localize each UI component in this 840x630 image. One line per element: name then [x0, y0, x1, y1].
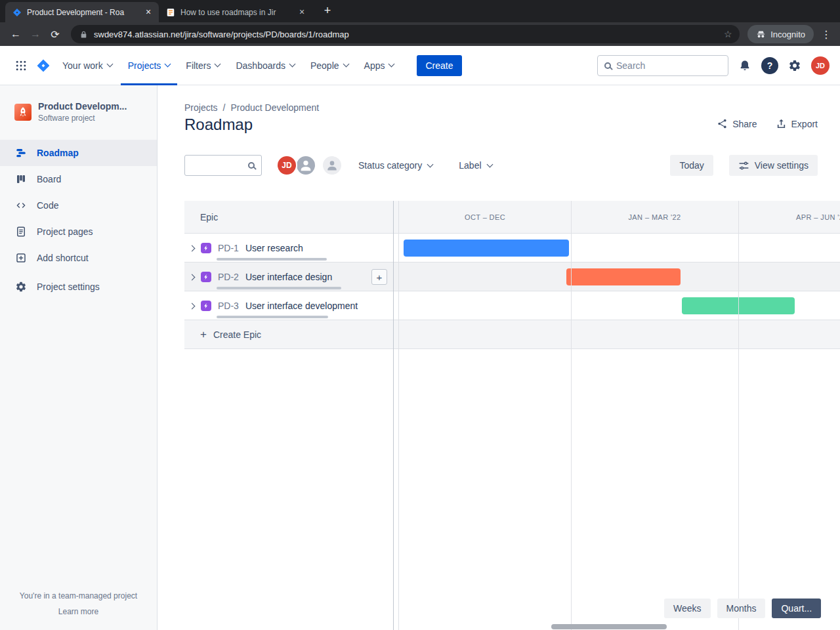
- epic-name[interactable]: User interface development: [245, 301, 358, 311]
- epic-icon: [201, 272, 211, 282]
- chevron-right-icon[interactable]: [189, 303, 196, 309]
- new-tab-button[interactable]: +: [319, 3, 336, 20]
- lock-icon: [79, 30, 88, 39]
- add-people-button[interactable]: [322, 155, 343, 176]
- today-button[interactable]: Today: [670, 155, 713, 176]
- reload-button[interactable]: ⟳: [46, 25, 64, 43]
- browser-menu-icon[interactable]: ⋮: [819, 28, 833, 41]
- epic-bar-user-research[interactable]: [404, 240, 569, 257]
- board-icon: [14, 173, 28, 185]
- doc-favicon: [166, 8, 175, 17]
- epic-name[interactable]: User interface design: [245, 272, 332, 282]
- url-text[interactable]: swdev874.atlassian.net/jira/software/pro…: [94, 30, 715, 39]
- chevron-right-icon[interactable]: [189, 245, 196, 251]
- sidebar-item-project-pages[interactable]: Project pages: [0, 219, 157, 245]
- zoom-switcher: Weeks Months Quart...: [664, 598, 821, 618]
- assignee-avatars: JD: [276, 155, 343, 176]
- horizontal-scrollbar[interactable]: [551, 624, 667, 629]
- tab-title: How to use roadmaps in Jir: [180, 8, 291, 17]
- browser-toolbar: ← → ⟳ swdev874.atlassian.net/jira/softwa…: [0, 22, 840, 46]
- status-category-dropdown[interactable]: Status category: [358, 160, 432, 171]
- nav-people[interactable]: People: [303, 46, 356, 85]
- label-dropdown[interactable]: Label: [459, 160, 492, 171]
- chevron-down-icon: [427, 161, 434, 167]
- zoom-quarters-button[interactable]: Quart...: [772, 598, 821, 618]
- share-button[interactable]: Share: [717, 118, 757, 129]
- address-bar[interactable]: swdev874.atlassian.net/jira/software/pro…: [71, 25, 740, 43]
- view-settings-button[interactable]: View settings: [729, 155, 818, 176]
- avatar-unassigned[interactable]: [295, 155, 316, 176]
- settings-gear-icon[interactable]: [784, 55, 805, 76]
- grid-line: [571, 201, 572, 630]
- sidebar-item-project-settings[interactable]: Project settings: [0, 274, 157, 300]
- tab-close-icon[interactable]: ×: [297, 7, 307, 18]
- export-button[interactable]: Export: [776, 118, 818, 129]
- user-avatar[interactable]: JD: [811, 56, 830, 75]
- roadmap-icon: [14, 147, 28, 159]
- breadcrumb-projects[interactable]: Projects: [184, 102, 218, 113]
- browser-tab-inactive[interactable]: How to use roadmaps in Jir ×: [159, 2, 312, 22]
- epic-progress-bar: [217, 316, 328, 318]
- export-icon: [776, 118, 787, 129]
- forward-button[interactable]: →: [26, 25, 45, 43]
- app-switcher-icon[interactable]: [10, 55, 32, 76]
- plus-icon: +: [200, 328, 207, 341]
- add-shortcut-icon: [14, 252, 28, 264]
- browser-tab-active[interactable]: Product Development - Roa ×: [5, 2, 159, 22]
- project-avatar-rocket-icon: [14, 104, 32, 121]
- browser-tab-bar: Product Development - Roa × How to use r…: [0, 0, 840, 22]
- global-search-input[interactable]: [616, 60, 708, 71]
- sidebar-nav: Roadmap Board Code Project pages Add sho…: [0, 140, 157, 300]
- notifications-icon[interactable]: [734, 55, 755, 76]
- gear-icon: [14, 281, 28, 293]
- global-search[interactable]: [597, 55, 728, 76]
- team-managed-note: You're in a team-managed project: [0, 591, 157, 600]
- pages-icon: [14, 226, 28, 238]
- zoom-weeks-button[interactable]: Weeks: [664, 598, 711, 618]
- roadmap-search[interactable]: [184, 155, 262, 176]
- chevron-right-icon[interactable]: [189, 274, 196, 280]
- epic-key: PD-1: [218, 243, 239, 253]
- grid-line: [398, 201, 399, 630]
- breadcrumb: Projects / Product Development: [184, 102, 319, 113]
- epic-name[interactable]: User research: [245, 243, 303, 253]
- code-icon: [14, 200, 28, 211]
- epic-bar-ui-design[interactable]: [566, 268, 681, 285]
- nav-apps[interactable]: Apps: [357, 46, 402, 85]
- nav-your-work[interactable]: Your work: [55, 46, 119, 85]
- grid-line: [738, 201, 739, 630]
- share-icon: [717, 118, 728, 129]
- roadmap-search-input[interactable]: [192, 160, 248, 171]
- nav-filters[interactable]: Filters: [178, 46, 227, 85]
- quarter-header: APR – JUN '22: [738, 201, 840, 234]
- jira-logo[interactable]: [33, 55, 54, 76]
- nav-projects[interactable]: Projects: [121, 46, 178, 85]
- panel-divider[interactable]: [393, 201, 394, 630]
- avatar-jd[interactable]: JD: [276, 155, 297, 176]
- sidebar-item-board[interactable]: Board: [0, 166, 157, 192]
- help-icon[interactable]: ?: [761, 57, 778, 74]
- tab-close-icon[interactable]: ×: [143, 7, 154, 18]
- nav-dashboards[interactable]: Dashboards: [228, 46, 302, 85]
- filter-bar: JD Status category Label Today View sett…: [184, 155, 818, 176]
- sidebar-footer: You're in a team-managed project Learn m…: [0, 591, 157, 617]
- add-child-issue-button[interactable]: +: [371, 269, 387, 285]
- learn-more-link[interactable]: Learn more: [58, 607, 98, 616]
- epic-row[interactable]: PD-2 User interface design +: [184, 262, 840, 291]
- sidebar-item-code[interactable]: Code: [0, 192, 157, 219]
- sidebar-item-roadmap[interactable]: Roadmap: [0, 140, 157, 166]
- main-content: Projects / Product Development Roadmap S…: [158, 85, 840, 630]
- zoom-months-button[interactable]: Months: [717, 598, 766, 618]
- quarter-header: JAN – MAR '22: [571, 201, 738, 234]
- create-epic-row[interactable]: + Create Epic: [184, 320, 840, 349]
- breadcrumb-project-name[interactable]: Product Development: [230, 102, 319, 113]
- jira-favicon: [12, 8, 22, 17]
- sidebar-item-add-shortcut[interactable]: Add shortcut: [0, 245, 157, 271]
- bookmark-star-icon[interactable]: ☆: [721, 29, 734, 39]
- create-button[interactable]: Create: [417, 55, 461, 76]
- search-icon: [248, 162, 255, 169]
- roadmap-timeline: Epic OCT – DEC JAN – MAR '22 APR – JUN '…: [184, 201, 840, 630]
- back-button[interactable]: ←: [7, 25, 25, 43]
- epic-key: PD-3: [218, 301, 239, 311]
- timeline-header: Epic OCT – DEC JAN – MAR '22 APR – JUN '…: [184, 201, 840, 234]
